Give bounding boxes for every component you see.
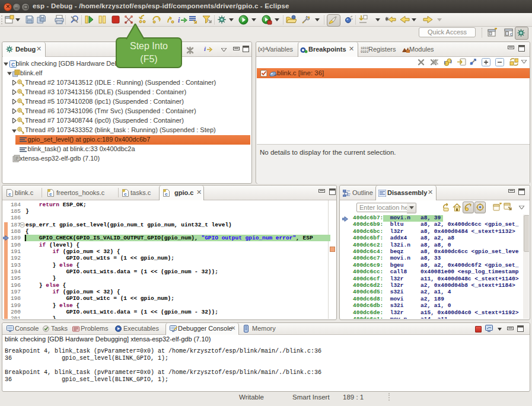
svg-text:C: C [510,33,513,36]
svg-text:c: c [8,191,11,197]
svg-text:c: c [124,191,127,197]
svg-text:c: c [49,191,52,197]
svg-text:0101: 0101 [361,50,369,53]
svg-text:c: c [165,191,168,197]
svg-text:C: C [11,62,14,68]
svg-text:010: 010 [57,21,62,24]
